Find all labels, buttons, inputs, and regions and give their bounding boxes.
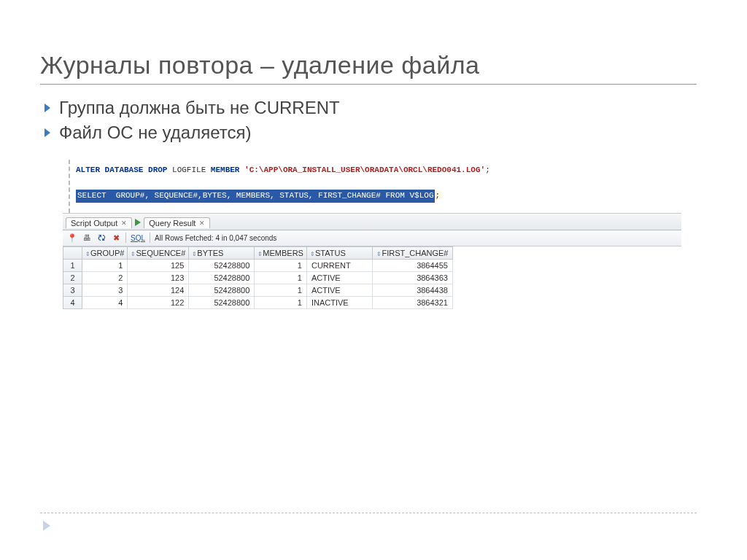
bullet-list: Группа должна быть не CURRENT Файл ОС не…	[44, 98, 707, 143]
slide-footer	[40, 513, 697, 531]
pin-icon[interactable]: 📍	[67, 233, 77, 243]
sort-icon: ⇕	[376, 251, 380, 257]
table-row[interactable]: 1 1 125 52428800 1 CURRENT 3864455	[63, 259, 453, 271]
sql-editor[interactable]: ALTER DATABASE DROP LOGFILE MEMBER 'C:\A…	[69, 160, 681, 213]
bullet-1: Группа должна быть не CURRENT	[44, 98, 707, 118]
screenshot-panel: ALTER DATABASE DROP LOGFILE MEMBER 'C:\A…	[62, 159, 682, 310]
bullet-icon	[44, 128, 50, 137]
col-sequence[interactable]: ⇕SEQUENCE#	[128, 246, 189, 259]
grid-header-row: ⇕GROUP# ⇕SEQUENCE# ⇕BYTES ⇕MEMBERS ⇕STAT…	[63, 246, 453, 259]
col-bytes[interactable]: ⇕BYTES	[189, 246, 255, 259]
footer-rule	[40, 513, 697, 513]
close-icon[interactable]: ✕	[121, 219, 127, 227]
table-row[interactable]: 4 4 122 52428800 1 INACTIVE 3864321	[63, 296, 453, 308]
results-grid[interactable]: ⇕GROUP# ⇕SEQUENCE# ⇕BYTES ⇕MEMBERS ⇕STAT…	[63, 246, 453, 309]
bullet-text: Файл ОС не удаляется)	[59, 122, 251, 143]
table-row[interactable]: 3 3 124 52428800 1 ACTIVE 3864438	[63, 284, 453, 296]
row-num-header	[63, 246, 82, 259]
tab-label: Script Output	[71, 219, 117, 228]
title-rule	[40, 84, 697, 85]
play-icon	[135, 219, 141, 226]
fetch-status: All Rows Fetched: 4 in 0,047 seconds	[155, 234, 276, 242]
delete-icon[interactable]: ✖	[111, 233, 121, 243]
result-toolbar: 📍 🖶 🗘 ✖ SQL All Rows Fetched: 4 in 0,047…	[63, 230, 681, 246]
bullet-2: Файл ОС не удаляется)	[44, 122, 707, 143]
col-group[interactable]: ⇕GROUP#	[82, 246, 128, 259]
print-icon[interactable]: 🖶	[82, 233, 92, 243]
sort-icon: ⇕	[85, 251, 89, 257]
bullet-text: Группа должна быть не CURRENT	[59, 98, 340, 118]
col-first-change[interactable]: ⇕FIRST_CHANGE#	[372, 246, 452, 259]
slide: Журналы повтора – удаление файла Группа …	[0, 0, 747, 560]
col-members[interactable]: ⇕MEMBERS	[255, 246, 307, 259]
table-row[interactable]: 2 2 123 52428800 1 ACTIVE 3864363	[63, 271, 453, 284]
sort-icon: ⇕	[258, 251, 261, 257]
sort-icon: ⇕	[310, 251, 314, 257]
tab-label: Query Result	[149, 219, 196, 228]
separator	[150, 233, 150, 243]
tab-query-result[interactable]: Query Result ✕	[144, 217, 210, 228]
separator	[125, 233, 126, 243]
footer-marker-icon	[43, 521, 50, 531]
sort-icon: ⇕	[131, 251, 134, 257]
close-icon[interactable]: ✕	[199, 219, 205, 227]
result-tabs: Script Output ✕ Query Result ✕	[63, 213, 681, 230]
sql-select-line: SELECT GROUP#, SEQUENCE#,BYTES, MEMBERS,…	[76, 191, 441, 200]
col-status[interactable]: ⇕STATUS	[306, 246, 372, 259]
sql-alter-line: ALTER DATABASE DROP LOGFILE MEMBER 'C:\A…	[76, 166, 490, 174]
tab-script-output[interactable]: Script Output ✕	[66, 217, 132, 228]
title-row: Журналы повтора – удаление файла	[40, 51, 707, 85]
refresh-icon[interactable]: 🗘	[96, 233, 107, 243]
grid-body: 1 1 125 52428800 1 CURRENT 3864455 2 2 1…	[63, 259, 453, 308]
sort-icon: ⇕	[192, 251, 196, 257]
page-title: Журналы повтора – удаление файла	[40, 51, 707, 79]
bullet-icon	[44, 104, 50, 112]
sql-link[interactable]: SQL	[131, 234, 145, 242]
